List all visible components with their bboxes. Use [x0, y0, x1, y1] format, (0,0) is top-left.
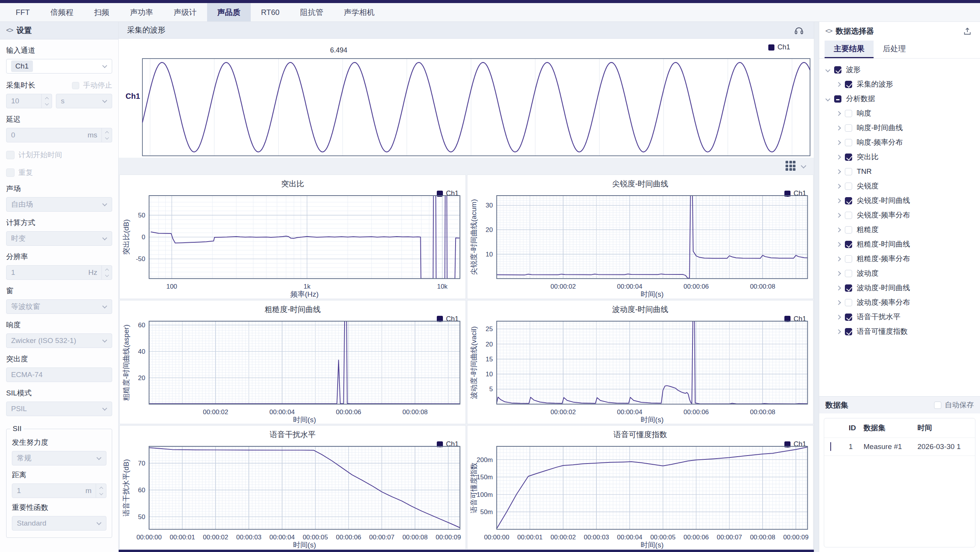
repeat-checkbox[interactable] — [6, 168, 15, 177]
tab-声品质[interactable]: 声品质 — [207, 3, 251, 21]
tree-item[interactable]: 语音可懂度指数 — [819, 324, 980, 339]
tree-item[interactable]: 响度-频率分布 — [819, 135, 980, 150]
tree-item[interactable]: 响度 — [819, 106, 980, 121]
calc-mode-select[interactable]: 时变 — [6, 231, 112, 246]
chart-plot-sii_index[interactable]: 50m100m150m200m00:00:0000:00:0100:00:020… — [467, 443, 813, 549]
window-select[interactable]: 等波纹窗 — [6, 299, 112, 314]
tab-RT60[interactable]: RT60 — [251, 3, 290, 21]
chevron-right-icon[interactable] — [836, 286, 841, 291]
tree-item[interactable]: 波动度-频率分布 — [819, 295, 980, 310]
input-channel-select[interactable]: Ch1 — [6, 59, 112, 73]
collapse-panel-icon[interactable]: <> — [6, 26, 13, 34]
tree-item[interactable]: 粗糙度-频率分布 — [819, 252, 980, 266]
tab-阻抗管[interactable]: 阻抗管 — [290, 3, 333, 21]
chevron-right-icon[interactable] — [836, 184, 841, 189]
chevron-right-icon[interactable] — [836, 256, 841, 261]
distance-input[interactable]: 1 m — [12, 483, 106, 498]
chevron-right-icon[interactable] — [836, 242, 841, 247]
tab-FFT[interactable]: FFT — [5, 3, 40, 21]
tree-item[interactable]: 波动度 — [819, 266, 980, 281]
chevron-down-icon[interactable] — [825, 67, 830, 72]
tree-checkbox[interactable] — [845, 110, 852, 117]
tree-checkbox[interactable] — [845, 299, 852, 306]
chevron-right-icon[interactable] — [836, 169, 841, 174]
tree-checkbox[interactable] — [845, 314, 852, 321]
chevron-down-icon[interactable] — [825, 96, 830, 101]
collapse-panel-icon[interactable]: <> — [825, 27, 832, 35]
spinner[interactable] — [96, 484, 106, 498]
tab-声功率[interactable]: 声功率 — [120, 3, 163, 21]
tab-扫频[interactable]: 扫频 — [84, 3, 120, 21]
tree-checkbox[interactable] — [845, 255, 852, 263]
spinner[interactable] — [41, 94, 52, 108]
chevron-right-icon[interactable] — [836, 111, 841, 116]
sil-mode-select[interactable]: PSIL — [6, 402, 112, 416]
tree-item[interactable]: 波形 — [819, 62, 980, 77]
channel-chip[interactable]: Ch1 — [11, 60, 33, 72]
tree-checkbox[interactable] — [845, 241, 852, 248]
headphones-icon[interactable] — [792, 24, 805, 37]
schedule-start-checkbox[interactable] — [6, 151, 15, 159]
panel-splitter[interactable] — [814, 22, 819, 552]
grid-3x3-icon[interactable] — [786, 161, 795, 171]
chart-plot-fluctuation[interactable]: 51015202500:00:0200:00:0400:00:0600:00:0… — [467, 317, 813, 424]
tab-倍频程[interactable]: 倍频程 — [40, 3, 84, 21]
chart-plot-sharpness[interactable]: 10203000:00:0200:00:0400:00:0600:00:08时间… — [467, 192, 813, 299]
tree-item[interactable]: 尖锐度 — [819, 179, 980, 193]
tab-声学相机[interactable]: 声学相机 — [333, 3, 385, 21]
sound-field-select[interactable]: 自由场 — [6, 197, 112, 212]
tree-item[interactable]: TNR — [819, 164, 980, 179]
spinner[interactable] — [101, 128, 112, 142]
tree-item[interactable]: 尖锐度-频率分布 — [819, 208, 980, 222]
chevron-right-icon[interactable] — [836, 213, 841, 218]
tree-checkbox[interactable] — [845, 183, 852, 190]
tree-checkbox[interactable] — [845, 124, 852, 132]
chevron-right-icon[interactable] — [836, 82, 841, 87]
chevron-right-icon[interactable] — [836, 198, 841, 203]
tree-item[interactable]: 语音干扰水平 — [819, 310, 980, 324]
duration-unit-select[interactable]: s — [56, 94, 112, 108]
row-checkbox[interactable] — [830, 442, 831, 451]
horizontal-scrollbar[interactable] — [119, 550, 814, 552]
tree-item[interactable]: 粗糙度 — [819, 222, 980, 237]
tree-item[interactable]: 粗糙度-时间曲线 — [819, 237, 980, 252]
tree-item[interactable]: 采集的波形 — [819, 77, 980, 91]
tree-item[interactable]: 波动度-时间曲线 — [819, 281, 980, 295]
vocal-effort-select[interactable]: 常规 — [12, 451, 106, 465]
chart-plot-sil[interactable]: 50607000:00:0000:00:0100:00:0200:00:0300… — [120, 443, 466, 549]
tree-checkbox[interactable] — [845, 81, 852, 88]
chevron-right-icon[interactable] — [836, 329, 841, 334]
delay-input[interactable]: 0 ms — [6, 128, 112, 142]
chevron-right-icon[interactable] — [836, 155, 841, 160]
result-tab-主要结果[interactable]: 主要结果 — [825, 41, 874, 58]
tree-checkbox[interactable] — [845, 154, 852, 161]
autosave-checkbox[interactable] — [934, 402, 941, 409]
chevron-right-icon[interactable] — [836, 140, 841, 145]
chevron-right-icon[interactable] — [836, 315, 841, 320]
tree-checkbox[interactable] — [845, 270, 852, 277]
tree-checkbox[interactable] — [834, 95, 841, 103]
tree-checkbox[interactable] — [845, 197, 852, 204]
tree-checkbox[interactable] — [845, 226, 852, 234]
duration-input[interactable]: 10 — [6, 94, 52, 108]
chart-plot-roughness[interactable]: 20406000:00:0200:00:0400:00:0600:00:08时间… — [120, 317, 466, 424]
tree-checkbox[interactable] — [834, 66, 841, 73]
tree-item[interactable]: 突出比 — [819, 150, 980, 164]
chevron-down-icon[interactable] — [801, 163, 806, 168]
prominence-input[interactable]: ECMA-74 — [6, 367, 112, 382]
chevron-right-icon[interactable] — [836, 227, 841, 232]
tree-item[interactable]: 尖锐度-时间曲线 — [819, 193, 980, 208]
tree-checkbox[interactable] — [845, 212, 852, 219]
tree-checkbox[interactable] — [845, 284, 852, 292]
table-row[interactable]: 1Measure #12026-03-30 1 — [824, 438, 975, 456]
loudness-select[interactable]: Zwicker (ISO 532-1) — [6, 333, 112, 348]
export-icon[interactable] — [961, 25, 974, 38]
waveform-plot[interactable] — [119, 39, 814, 158]
tree-item[interactable]: 分析数据 — [819, 91, 980, 106]
tree-checkbox[interactable] — [845, 168, 852, 175]
manual-stop-checkbox[interactable] — [72, 82, 79, 89]
result-tab-后处理[interactable]: 后处理 — [874, 41, 915, 58]
importance-select[interactable]: Standard — [12, 516, 106, 531]
tab-声级计[interactable]: 声级计 — [163, 3, 207, 21]
chevron-right-icon[interactable] — [836, 126, 841, 131]
